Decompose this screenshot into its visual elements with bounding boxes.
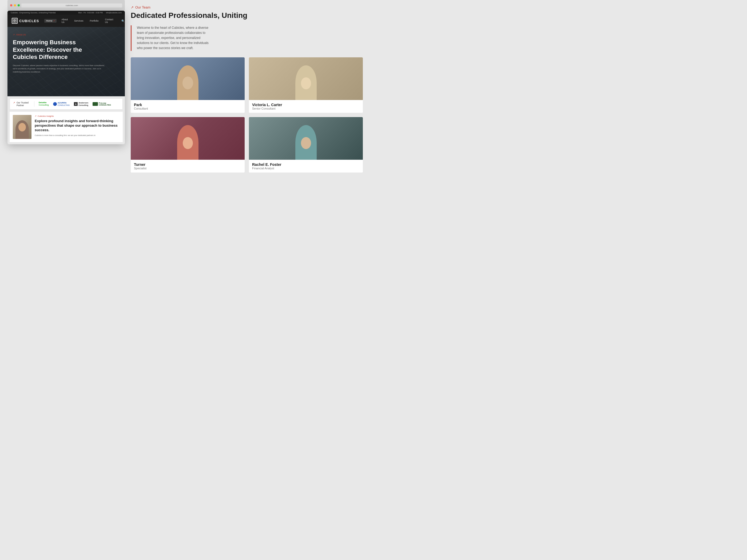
hero-label-arrow: ↗ bbox=[13, 33, 15, 36]
url-bar[interactable]: cubicles.com bbox=[21, 3, 122, 7]
team-divider bbox=[131, 25, 131, 51]
team-card-2-info: Victoria L. Carter Senior Consultant bbox=[249, 100, 363, 113]
insights-photo bbox=[13, 115, 31, 139]
hero-content: ↗ About Us Empowering Business Excellenc… bbox=[7, 27, 125, 80]
team-label-arrow: ↗ bbox=[131, 5, 134, 9]
nav-home-arrow: ↗ bbox=[53, 20, 55, 22]
partner-logos: DeloitteConsulting AZURRACONSULTING A An… bbox=[34, 102, 119, 106]
team-photo-turner bbox=[131, 117, 244, 160]
team-photo-rachel bbox=[249, 117, 363, 160]
nav-about[interactable]: About Us bbox=[60, 18, 69, 24]
hero-title: Empowering Business Excellence: Discover… bbox=[13, 39, 104, 61]
team-title: Dedicated Professionals, Uniting bbox=[131, 11, 363, 20]
topbar-hours: Mon - Fri : 9:00 AM - 6:00 PM bbox=[78, 12, 103, 14]
team-card-1: Park Consultant bbox=[131, 57, 244, 113]
search-icon[interactable]: 🔍 bbox=[121, 20, 125, 22]
team-member-1-role: Consultant bbox=[134, 107, 241, 110]
team-section: ↗ Our Team Dedicated Professionals, Unit… bbox=[120, 0, 374, 178]
window-maximize-dot[interactable] bbox=[18, 4, 20, 6]
nav-portfolio[interactable]: Portfolio bbox=[88, 19, 100, 23]
team-card-3-info: Turner Specialist bbox=[131, 160, 244, 172]
svg-rect-0 bbox=[13, 19, 15, 21]
team-card-3: Turner Specialist bbox=[131, 117, 244, 172]
browser-window: Cubicles - Empowering Success, Unleashin… bbox=[7, 11, 125, 144]
insights-arrow: ↗ bbox=[35, 115, 36, 117]
logo[interactable]: CUBICLES bbox=[12, 18, 39, 24]
insights-label: ↗ Cubicles Insights bbox=[35, 115, 120, 117]
nav-home[interactable]: Home ↗ bbox=[44, 19, 56, 23]
team-card-2: Victoria L. Carter Senior Consultant bbox=[249, 57, 363, 113]
topbar: Cubicles - Empowering Success, Unleashin… bbox=[7, 11, 125, 15]
team-description-area: Welcome to the heart of Cubicles, where … bbox=[131, 25, 363, 51]
team-label-text: Our Team bbox=[135, 5, 151, 9]
hero-section: ↗ About Us Empowering Business Excellenc… bbox=[7, 27, 125, 96]
team-card-4: Rachel E. Foster Financial Analyst bbox=[249, 117, 363, 172]
logo-text: CUBICLES bbox=[19, 19, 39, 23]
team-member-4-role: Financial Analyst bbox=[252, 167, 360, 170]
team-member-3-role: Specialist bbox=[134, 167, 241, 170]
partner-deloitte: DeloitteConsulting bbox=[39, 102, 49, 106]
window-minimize-dot[interactable] bbox=[14, 4, 16, 6]
team-card-4-info: Rachel E. Foster Financial Analyst bbox=[249, 160, 363, 172]
team-member-1-name: Park bbox=[134, 103, 241, 107]
insights-content: ↗ Cubicles Insights Explore profound ins… bbox=[35, 115, 120, 137]
nav-contact-label: Contact Us bbox=[105, 18, 113, 24]
partner-azurra: AZURRACONSULTING bbox=[53, 102, 70, 106]
partners-arrow: ↗ bbox=[13, 101, 15, 104]
svg-rect-1 bbox=[15, 19, 16, 21]
partners-section: ↗ Our TrustedPartner DeloitteConsulting … bbox=[9, 99, 123, 110]
proleap-icon bbox=[93, 102, 98, 106]
team-member-2-name: Victoria L. Carter bbox=[252, 103, 360, 107]
svg-rect-3 bbox=[15, 21, 16, 22]
nav-portfolio-label: Portfolio bbox=[90, 20, 99, 22]
team-member-2-role: Senior Consultant bbox=[252, 107, 360, 110]
hero-description: Discover Cubicles, where passion meets e… bbox=[13, 64, 109, 74]
topbar-email: info@cubicles.com bbox=[106, 12, 122, 14]
svg-rect-2 bbox=[13, 21, 15, 22]
window-close-dot[interactable] bbox=[10, 4, 12, 6]
partner-andersen: A AndersenConsulting bbox=[74, 102, 88, 106]
andersen-icon: A bbox=[74, 102, 78, 106]
insights-title: Explore profound insights and forward-th… bbox=[35, 119, 120, 133]
azurra-icon bbox=[53, 102, 57, 106]
logo-icon bbox=[12, 18, 18, 24]
insights-photo-placeholder bbox=[13, 115, 31, 139]
nav-contact[interactable]: Contact Us bbox=[104, 18, 115, 24]
partners-label-text: Our TrustedPartner bbox=[17, 101, 29, 107]
hero-label: ↗ About Us bbox=[13, 33, 120, 36]
team-grid: Park Consultant Victoria L. Carter Senio… bbox=[131, 57, 363, 172]
topbar-brand-area: Cubicles - Empowering Success, Unleashin… bbox=[11, 12, 55, 14]
team-label: ↗ Our Team bbox=[131, 5, 363, 9]
insights-description: Cubicles is more than a consulting firm:… bbox=[35, 134, 120, 137]
hero-label-text: About Us bbox=[16, 33, 26, 36]
partner-proleap: ProLeapCONSULTING bbox=[93, 102, 111, 106]
team-member-4-name: Rachel E. Foster bbox=[252, 162, 360, 167]
team-member-3-name: Turner bbox=[134, 162, 241, 167]
insights-section: ↗ Cubicles Insights Explore profound ins… bbox=[9, 112, 123, 142]
insights-label-text: Cubicles Insights bbox=[37, 115, 54, 117]
nav-home-label: Home bbox=[46, 20, 52, 22]
partners-label: ↗ Our TrustedPartner bbox=[13, 101, 34, 107]
nav-services-label: Services bbox=[74, 20, 83, 22]
nav-services[interactable]: Services bbox=[73, 19, 85, 23]
navbar: CUBICLES Home ↗ About Us Services Portfo… bbox=[7, 15, 125, 27]
team-card-1-info: Park Consultant bbox=[131, 100, 244, 113]
nav-about-label: About Us bbox=[61, 18, 68, 24]
team-photo-victoria bbox=[249, 57, 363, 100]
team-photo-park bbox=[131, 57, 244, 100]
topbar-brand-text: Cubicles - Empowering Success, Unleashin… bbox=[11, 12, 55, 14]
topbar-contact-area: Mon - Fri : 9:00 AM - 6:00 PM info@cubic… bbox=[78, 12, 122, 14]
team-description: Welcome to the heart of Cubicles, where … bbox=[137, 25, 211, 51]
browser-chrome: cubicles.com bbox=[7, 0, 125, 11]
